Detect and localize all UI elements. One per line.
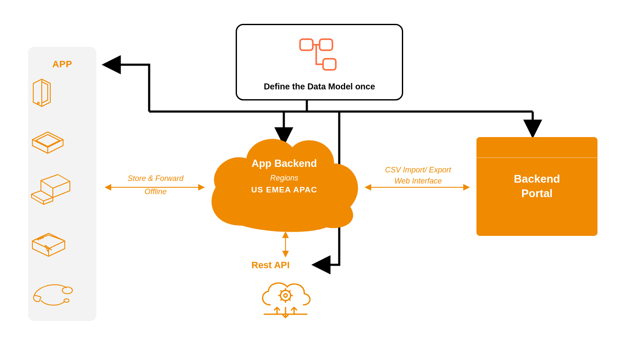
svg-line-18 xyxy=(281,291,282,292)
svg-rect-11 xyxy=(323,59,336,70)
laptop-icon xyxy=(28,173,96,209)
svg-point-13 xyxy=(284,294,287,297)
svg-point-3 xyxy=(38,102,39,104)
svg-rect-10 xyxy=(320,39,332,50)
svg-line-20 xyxy=(289,291,290,292)
app-title: APP xyxy=(28,59,96,70)
svg-point-4 xyxy=(38,239,39,240)
connector-right-caption: CSV Import/ Export Web Interface xyxy=(369,164,467,186)
svg-rect-9 xyxy=(300,39,313,50)
headset-icon xyxy=(28,280,96,311)
phone-icon xyxy=(28,77,96,111)
portal-line1: Backend xyxy=(514,172,560,186)
portal-line2: Portal xyxy=(521,186,553,201)
data-model-label: Define the Data Model once xyxy=(264,82,375,92)
app-panel: APP xyxy=(28,47,96,321)
svg-point-7 xyxy=(62,287,72,294)
svg-point-5 xyxy=(40,238,41,239)
backend-portal: Backend Portal xyxy=(476,137,597,236)
cloud-subtitle: Regions xyxy=(204,174,365,183)
rest-api-label: Rest API xyxy=(251,260,290,271)
cloud-title: App Backend xyxy=(204,158,365,169)
data-model-icon xyxy=(296,37,343,75)
connector-right-line1: CSV Import/ Export xyxy=(369,164,467,175)
data-model-box: Define the Data Model once xyxy=(236,24,403,100)
connector-left-line2: Offline xyxy=(107,185,205,198)
svg-line-21 xyxy=(281,299,282,300)
svg-point-8 xyxy=(64,299,69,302)
cloud-text: App Backend Regions US EMEA APAC xyxy=(204,158,365,195)
cloud-api-icon xyxy=(256,277,315,324)
tablet-icon xyxy=(28,128,96,158)
connector-left-line1: Store & Forward xyxy=(107,172,205,185)
connector-right-line2: Web Interface xyxy=(369,175,467,186)
browser-icon xyxy=(28,230,96,261)
connector-left-caption: Store & Forward Offline xyxy=(107,172,205,198)
svg-line-19 xyxy=(289,299,290,300)
cloud-regions: US EMEA APAC xyxy=(204,185,365,195)
